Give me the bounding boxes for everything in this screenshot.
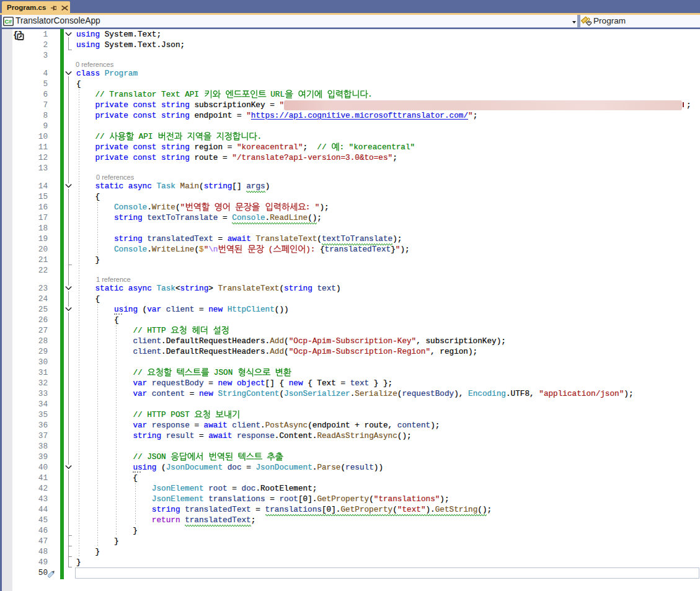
svg-text:C#: C#: [4, 19, 12, 25]
